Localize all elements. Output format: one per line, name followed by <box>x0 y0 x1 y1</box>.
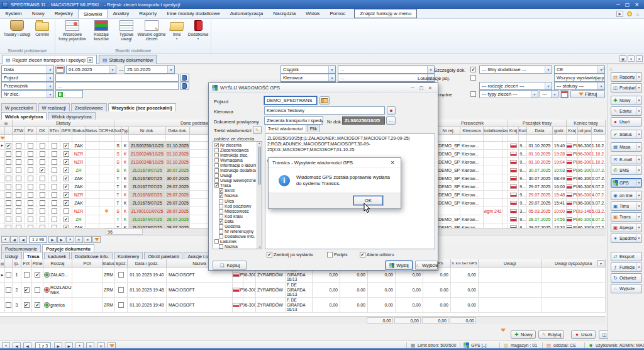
side-Alpega-button[interactable]: ▣Alpega▼ <box>611 223 642 232</box>
side-GPS-arrow[interactable]: ▼ <box>636 178 641 188</box>
checklist-item-0[interactable]: ✔Nr zlecenia <box>214 142 256 147</box>
lower-col-cb[interactable] <box>5 259 13 268</box>
window-close-button[interactable]: ✕ <box>635 2 639 8</box>
ribbon-item-1-0[interactable]: Wzorcowe trasy pojazdów <box>58 20 87 41</box>
kierowca-input[interactable]: Kierowca Testowy <box>264 106 385 115</box>
dk-checkbox[interactable] <box>40 151 45 157</box>
row-select-checkbox[interactable] <box>6 272 11 278</box>
message-tab-0[interactable]: Treść wiadomości <box>265 125 306 132</box>
stm-checkbox[interactable] <box>52 167 57 173</box>
menu-item-4[interactable]: Analizy <box>108 9 134 18</box>
empty-combo[interactable]: ---▼ <box>540 90 558 98</box>
fix-checkbox[interactable]: ✔ <box>24 287 30 293</box>
lower-col-ud[interactable]: Uwagi dyspozytora <box>541 259 606 268</box>
row-select-checkbox[interactable] <box>6 192 11 198</box>
send-button[interactable]: Wyślij <box>386 261 413 270</box>
option-checkbox[interactable]: ✔ <box>360 252 365 257</box>
footer-Usuń-button[interactable]: ●Usuń <box>571 330 596 339</box>
filter-value-input[interactable] <box>55 74 179 82</box>
route-pager-back-2[interactable]: ◀ <box>23 342 31 349</box>
copy-button[interactable]: ❏Kopiuj <box>213 261 247 270</box>
checklist-item-16[interactable]: Godzina <box>214 224 256 229</box>
col-header-nr[interactable]: Nr dok. <box>129 127 166 135</box>
ribbon-item-1-5[interactable]: Dodatkowe▾ <box>187 20 209 41</box>
orders-pager-back-1[interactable]: ◀ <box>10 236 18 243</box>
side-Eksport-button[interactable]: ⇄Eksport <box>611 252 642 261</box>
checklist-checkbox[interactable]: ✔ <box>214 183 219 188</box>
col-header-kod2[interactable]: Kod pocz <box>578 127 592 135</box>
option-0[interactable]: ✔Zamknij po wysłaniu <box>267 252 313 257</box>
checklist-checkbox[interactable] <box>214 163 219 167</box>
menu-item-5[interactable]: Raporty <box>134 9 162 18</box>
vehicle-picker-button[interactable] <box>319 96 330 104</box>
fix-checkbox[interactable]: ✔ <box>24 302 30 308</box>
col-header-status[interactable]: Status <box>72 127 86 135</box>
lower-col-uw[interactable]: Uwagi <box>479 259 541 268</box>
col-header-nac[interactable]: Nac <box>502 127 508 135</box>
issuer-combo[interactable]: Wszyscy wystawiający dok.▼ <box>554 74 605 82</box>
menu-item-7[interactable]: Automatyzacja <box>225 9 268 18</box>
checklist-checkbox[interactable] <box>214 178 219 183</box>
side-Nowy-button[interactable]: ✚Nowy▼ <box>611 96 642 105</box>
pojazd-input[interactable]: DEMO_SPEDTRANS <box>264 96 317 104</box>
checklist-checkbox[interactable] <box>219 209 223 213</box>
nrdok-browse-button[interactable]: ... <box>386 116 396 125</box>
gps-checkbox[interactable]: ✔ <box>64 184 69 189</box>
checklist-item-20[interactable]: Nazwa <box>214 244 256 249</box>
menu-item-6[interactable]: Inne moduły dodatkowe <box>162 9 225 18</box>
result-tab-0[interactable]: W poczekalni <box>1 103 37 111</box>
side-Podgląd-button[interactable]: ◫Podgląd▼ <box>611 83 642 93</box>
side-SMS-arrow[interactable]: ▼ <box>636 166 641 175</box>
lower-col-pilne[interactable]: Pilne <box>32 259 43 268</box>
col-header-kraj1[interactable]: Kraj <box>508 127 519 135</box>
gps-dialog-minimize-button[interactable]: ─ <box>408 86 417 91</box>
option-2[interactable]: ✔Alarm odbioru <box>360 252 394 257</box>
menu-item-9[interactable]: Widok <box>301 9 325 18</box>
col-header-data2[interactable]: Data <box>592 127 606 135</box>
filter-row-cell[interactable] <box>60 135 72 141</box>
spoz-checkbox[interactable] <box>118 302 124 308</box>
nrdok-input[interactable]: ZLS00250/10/25 <box>342 116 385 125</box>
col-header-gps[interactable]: GPS <box>60 127 72 135</box>
dk-checkbox[interactable] <box>40 208 45 214</box>
side-Nowy-arrow[interactable]: ▼ <box>636 96 641 105</box>
filter-row-cell[interactable] <box>99 135 114 141</box>
gps-checkbox[interactable]: ✔ <box>64 159 69 165</box>
row-select-checkbox[interactable] <box>6 167 11 173</box>
col-header-dod[interactable]: Dodatkowe <box>484 127 502 135</box>
spoz-checkbox[interactable] <box>118 287 124 293</box>
checklist-checkbox[interactable] <box>214 158 219 162</box>
filter-value-Ciągnik[interactable]: ...▼ <box>338 65 435 74</box>
col-header-typ[interactable]: Typ <box>122 127 129 135</box>
lower-col-status[interactable]: Status <box>103 259 115 268</box>
lokalizacje-checkbox[interactable] <box>470 75 476 81</box>
ztw-checkbox[interactable] <box>16 200 21 206</box>
filter-row-cell[interactable] <box>484 135 502 141</box>
route-pager-fwd-0[interactable]: ▶ <box>54 342 62 349</box>
row-select-checkbox[interactable] <box>6 159 11 165</box>
checklist-item-11[interactable]: Ulica <box>214 198 256 203</box>
driver-picker-button[interactable]: ☻ <box>387 106 396 115</box>
orders-pager-fwd-0[interactable]: ▶ <box>48 236 57 243</box>
col-header-kod1[interactable]: Kod <box>519 127 527 135</box>
stm-checkbox[interactable] <box>52 200 57 206</box>
fv-checkbox[interactable] <box>28 143 33 149</box>
checklist-checkbox[interactable]: ✔ <box>214 143 219 147</box>
col-header-ocr[interactable]: OCR+AI <box>99 127 114 135</box>
fv-checkbox[interactable] <box>28 176 33 181</box>
window-maximize-button[interactable]: ▢ <box>625 2 630 8</box>
checklist-checkbox[interactable] <box>214 239 219 244</box>
checklist-item-8[interactable]: ✔Trasa <box>214 183 256 188</box>
filter-row-cell[interactable] <box>36 135 48 141</box>
side-Status-button[interactable]: ✔Status▼ <box>611 130 642 139</box>
side-Raporty-button[interactable]: ▤Raporty▼ <box>611 72 642 82</box>
gps-checkbox[interactable]: ✔ <box>64 167 69 173</box>
filter-row-cell[interactable] <box>129 135 166 141</box>
side-Timo-arrow[interactable]: ▼ <box>636 201 641 211</box>
checklist-item-13[interactable]: Miejscowość <box>214 208 256 213</box>
lower-col-data[interactable]: Data i godz. <box>128 259 167 268</box>
side-on-line-button[interactable]: ◉on line▼ <box>611 191 642 200</box>
checklist-item-3[interactable]: Wymagania <box>214 157 256 162</box>
ribbon-item-1-2[interactable]: Typowe uwagi <box>116 20 137 41</box>
side-Wyjście-button[interactable]: ⌂Wyjście <box>611 284 642 293</box>
